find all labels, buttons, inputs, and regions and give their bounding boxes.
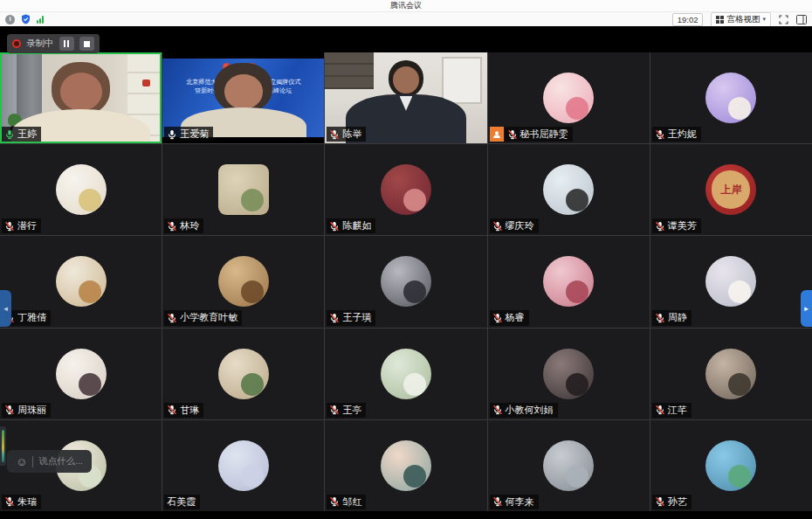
recording-indicator: 录制中 <box>7 34 100 53</box>
participant-name: 潜行 <box>17 220 37 232</box>
nametag-row: 周珠丽 <box>2 403 51 418</box>
participant-tile[interactable]: 周珠丽 <box>0 329 162 419</box>
network-signal-icon[interactable] <box>37 16 44 24</box>
participant-tile[interactable]: 林玲 <box>162 144 324 235</box>
stop-recording-button[interactable] <box>79 37 94 51</box>
mic-icon <box>329 129 340 140</box>
participant-tile[interactable]: 陈麒如 <box>325 144 486 235</box>
avatar <box>705 440 756 491</box>
participant-tile[interactable]: 杨睿 <box>488 236 650 327</box>
participant-tile[interactable]: 王亭 <box>325 329 486 419</box>
participant-tile[interactable]: 陈举 <box>325 52 486 143</box>
nametag-row: 甘琳 <box>164 403 203 418</box>
avatar <box>218 164 269 215</box>
nametag: 陈麒如 <box>327 218 375 233</box>
avatar <box>705 256 756 307</box>
meeting-timer: 19:02 <box>672 13 704 26</box>
nametag: 邹红 <box>327 495 366 509</box>
participant-tile[interactable]: 小学教育叶敏 <box>162 236 324 327</box>
next-page-button[interactable]: ▸ <box>801 290 812 327</box>
participant-tile[interactable]: 王子璜 <box>325 236 486 327</box>
participant-name: 王亭 <box>342 405 361 416</box>
participant-name: 江芊 <box>668 405 687 416</box>
nametag: 孙艺 <box>652 495 692 509</box>
avatar <box>218 256 269 307</box>
nametag-row: 朱瑞 <box>2 495 41 509</box>
participant-tile[interactable]: 北京师范大学教中心成立揭牌仪式暨新时代展高峰论坛 王爱菊 <box>162 52 324 143</box>
security-shield-icon[interactable] <box>21 14 31 24</box>
participant-tile[interactable]: 潜行 <box>0 144 162 235</box>
nametag-row: 王亭 <box>327 403 366 418</box>
nametag-row: 林玲 <box>164 218 203 233</box>
nametag-row: 周静 <box>652 310 692 325</box>
mic-icon <box>655 313 665 323</box>
avatar <box>543 164 594 215</box>
meeting-info-icon[interactable]: i <box>5 15 15 24</box>
participant-tile[interactable]: 上岸 谭美芳 <box>650 144 812 235</box>
participant-grid: 王婷 北京师范大学教中心成立揭牌仪式暨新时代展高峰论坛 王爱菊 陈举 <box>0 52 812 511</box>
mic-icon <box>4 405 15 415</box>
reaction-panel-edge[interactable] <box>0 426 6 466</box>
emoji-icon[interactable]: ☺ <box>16 456 27 467</box>
arrow-right-icon: ▸ <box>804 304 809 313</box>
meeting-main-area: 录制中 王婷 北京师范大学教中心成立揭牌仪式暨新时代展高峰论坛 王爱菊 <box>0 26 812 519</box>
participant-name: 谭美芳 <box>668 220 697 232</box>
participant-name: 王婷 <box>17 128 37 140</box>
divider <box>32 456 33 467</box>
participant-name: 邹红 <box>342 496 361 508</box>
participant-tile[interactable]: 甘琳 <box>162 329 324 419</box>
nametag-row: 小学教育叶敏 <box>164 310 242 325</box>
mic-icon <box>329 496 340 507</box>
participant-tile[interactable]: 石美霞 <box>162 420 324 511</box>
previous-page-button[interactable]: ◂ <box>0 290 11 327</box>
window-titlebar: 腾讯会议 <box>0 0 812 11</box>
participant-tile[interactable]: 缪庆玲 <box>488 144 650 235</box>
nametag-row: 石美霞 <box>164 495 200 509</box>
toolbar-left-group: i <box>5 14 44 24</box>
mic-icon <box>492 405 503 415</box>
nametag: 周珠丽 <box>2 403 51 418</box>
avatar <box>381 256 431 307</box>
side-panel-icon[interactable] <box>796 15 807 24</box>
fullscreen-icon[interactable] <box>779 15 788 24</box>
participant-tile[interactable]: 秘书屈静雯 <box>488 52 650 143</box>
participant-name: 缪庆玲 <box>506 220 534 232</box>
participant-tile[interactable]: 江芊 <box>650 329 812 419</box>
nametag: 周静 <box>652 310 692 325</box>
avatar <box>56 256 107 307</box>
nametag-row: 江芊 <box>652 403 692 418</box>
record-dot-icon <box>12 39 21 48</box>
participant-tile[interactable]: 孙艺 <box>650 420 812 511</box>
participant-tile[interactable]: 周静 <box>650 236 812 327</box>
participant-tile[interactable]: 丁雅倩 <box>0 236 162 327</box>
participant-tile[interactable]: 王灼妮 <box>650 52 812 143</box>
quick-chat-input[interactable]: ☺ 说点什么... <box>7 450 92 473</box>
nametag-row: 潜行 <box>2 218 41 233</box>
nametag-row: 陈举 <box>327 127 366 142</box>
window-title: 腾讯会议 <box>390 0 422 11</box>
participant-name: 王子璜 <box>342 312 371 323</box>
participant-name: 王爱菊 <box>180 128 209 140</box>
participant-tile[interactable]: 邹红 <box>325 420 486 511</box>
nametag-row: 陈麒如 <box>327 218 375 233</box>
mic-icon <box>167 405 177 415</box>
chat-placeholder: 说点什么... <box>38 455 83 467</box>
participant-tile[interactable]: 何李来 <box>488 420 650 511</box>
participant-name: 小教何刘娟 <box>506 405 554 416</box>
nametag-row: 小教何刘娟 <box>490 403 558 418</box>
mic-icon <box>492 496 503 507</box>
nametag-row: 王婷 <box>2 127 41 142</box>
nametag: 王灼妮 <box>652 127 701 142</box>
mic-icon <box>329 221 340 232</box>
avatar <box>381 164 431 215</box>
participant-tile[interactable]: 王婷 <box>0 52 162 143</box>
arrow-left-icon: ◂ <box>3 304 8 313</box>
avatar <box>705 349 756 399</box>
nametag-row: 王子璜 <box>327 310 375 325</box>
participant-tile[interactable]: 小教何刘娟 <box>488 329 650 419</box>
mic-icon <box>655 129 665 140</box>
view-mode-selector[interactable]: 宫格视图 ▾ <box>711 12 771 27</box>
pause-recording-button[interactable] <box>59 37 74 51</box>
mic-icon <box>492 313 503 323</box>
participant-name: 何李来 <box>506 496 534 508</box>
